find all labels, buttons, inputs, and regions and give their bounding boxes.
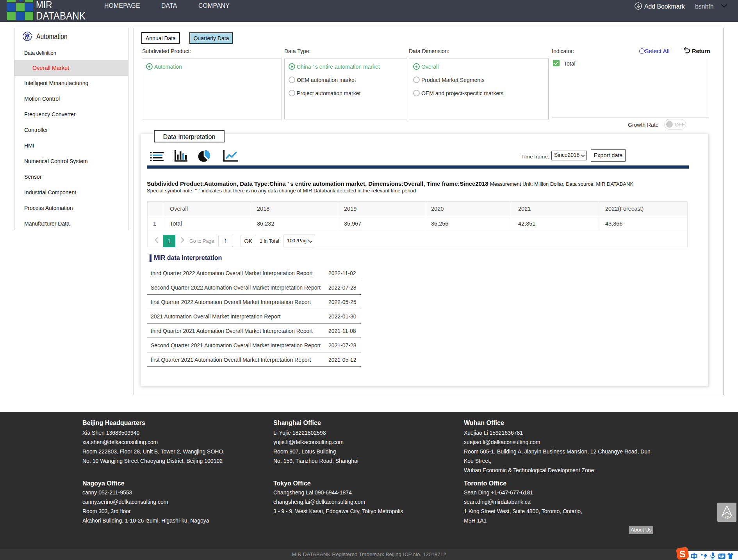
svg-text:S: S — [679, 549, 686, 559]
svg-text:TOP: TOP — [723, 516, 731, 520]
